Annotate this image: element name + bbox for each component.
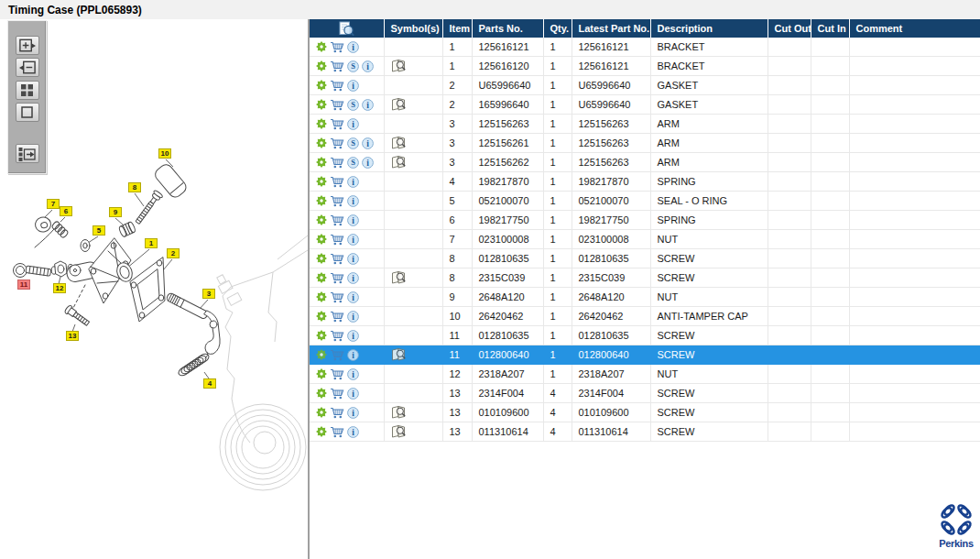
diagram-callout-9[interactable]: 9 (109, 207, 122, 217)
symbol-book-icon[interactable] (391, 347, 407, 361)
gear-icon[interactable] (316, 214, 327, 225)
info-icon[interactable]: i (347, 349, 359, 361)
table-row[interactable]: S i 7 023 (310, 230, 980, 249)
toggle-panel-button[interactable] (16, 144, 39, 163)
gear-icon[interactable] (316, 311, 327, 322)
info-icon[interactable]: i (347, 80, 359, 92)
info-icon[interactable]: i (362, 60, 374, 72)
info-icon[interactable]: i (347, 426, 359, 438)
info-icon[interactable]: i (347, 195, 359, 207)
diagram-callout-8[interactable]: 8 (128, 182, 141, 192)
fit-view-button[interactable] (16, 81, 39, 100)
cart-icon[interactable] (330, 41, 344, 53)
gear-icon[interactable] (316, 407, 327, 418)
diagram-callout-2[interactable]: 2 (167, 248, 180, 258)
cart-icon[interactable] (330, 368, 344, 380)
table-row[interactable]: S i 13 01 (310, 403, 980, 422)
info-icon[interactable]: i (347, 330, 359, 342)
diagram-callout-13[interactable]: 13 (66, 331, 79, 341)
s-badge-icon[interactable]: S (347, 157, 359, 169)
table-row[interactable]: S i 6 198 (310, 211, 980, 230)
gear-icon[interactable] (316, 234, 327, 245)
symbol-book-icon[interactable] (391, 405, 407, 419)
symbol-book-icon[interactable] (391, 59, 407, 72)
gear-icon[interactable] (316, 330, 327, 341)
diagram-callout-1[interactable]: 1 (145, 238, 158, 248)
column-header-description[interactable]: Description (650, 19, 768, 38)
table-row[interactable]: S i 8 012 (310, 249, 980, 269)
table-row[interactable]: S i 2 165 (310, 95, 980, 115)
info-icon[interactable]: i (347, 214, 359, 226)
table-row[interactable]: S i 3 125 (310, 134, 980, 153)
column-header-actions[interactable] (310, 19, 384, 38)
diagram-callout-3[interactable]: 3 (202, 289, 215, 299)
column-header-symbols[interactable]: Symbol(s) (384, 19, 442, 38)
table-row[interactable]: S i 10 26 (310, 307, 980, 326)
column-header-item[interactable]: Item (442, 19, 472, 38)
gear-icon[interactable] (316, 137, 327, 148)
diagram-callout-12[interactable]: 12 (53, 283, 66, 293)
info-icon[interactable]: i (347, 272, 359, 284)
gear-icon[interactable] (316, 349, 327, 360)
table-row[interactable]: S i 13 01 (310, 422, 980, 442)
info-icon[interactable]: i (347, 118, 359, 130)
gear-icon[interactable] (316, 272, 327, 283)
info-icon[interactable]: i (347, 388, 359, 400)
table-row[interactable]: S i 11 01 (310, 326, 980, 345)
diagram-callout-11[interactable]: 11 (17, 280, 30, 290)
diagram-callout-10[interactable]: 10 (158, 148, 171, 159)
info-icon[interactable]: i (362, 137, 374, 149)
symbol-book-icon[interactable] (391, 424, 407, 438)
table-row[interactable]: S i 8 231 (310, 269, 980, 288)
gear-icon[interactable] (316, 291, 327, 302)
table-row[interactable]: S i 4 198 (310, 172, 980, 192)
s-badge-icon[interactable]: S (347, 137, 359, 149)
symbol-book-icon[interactable] (391, 97, 407, 111)
diagram-callout-6[interactable]: 6 (60, 206, 72, 216)
actual-size-button[interactable] (16, 103, 39, 122)
info-icon[interactable]: i (347, 368, 359, 380)
symbol-book-icon[interactable] (391, 155, 407, 169)
table-row[interactable]: S i 5 052 (310, 192, 980, 211)
column-header-cut-in[interactable]: Cut In (811, 19, 849, 38)
info-icon[interactable]: i (347, 407, 359, 419)
gear-icon[interactable] (316, 426, 327, 437)
column-header-qty[interactable]: Qty. (543, 19, 572, 38)
gear-icon[interactable] (316, 99, 327, 110)
gear-icon[interactable] (316, 253, 327, 264)
diagram-callout-5[interactable]: 5 (93, 225, 105, 236)
cart-icon[interactable] (330, 349, 344, 361)
cart-icon[interactable] (330, 253, 344, 265)
info-icon[interactable]: i (347, 253, 359, 265)
cart-icon[interactable] (330, 214, 344, 226)
cart-icon[interactable] (330, 60, 344, 72)
info-icon[interactable]: i (362, 99, 374, 111)
gear-icon[interactable] (316, 157, 327, 168)
cart-icon[interactable] (330, 137, 344, 149)
cart-icon[interactable] (330, 272, 344, 284)
gear-icon[interactable] (316, 195, 327, 206)
cart-icon[interactable] (330, 388, 344, 400)
column-header-latest-part-no[interactable]: Latest Part No. (572, 19, 650, 38)
cart-icon[interactable] (330, 291, 344, 303)
symbol-book-icon[interactable] (391, 270, 407, 284)
cart-icon[interactable] (330, 426, 344, 438)
table-row[interactable]: S i 2 U65 (310, 76, 980, 95)
table-row[interactable]: S i 13 23 (310, 384, 980, 403)
column-header-cut-out[interactable]: Cut Out (768, 19, 811, 38)
diagram-callout-7[interactable]: 7 (47, 199, 60, 209)
cart-icon[interactable] (330, 407, 344, 419)
column-header-parts-no[interactable]: Parts No. (472, 19, 543, 38)
table-row[interactable]: S i 12 23 (310, 365, 980, 384)
info-icon[interactable]: i (347, 311, 359, 323)
table-row[interactable]: S i 1 125 (310, 57, 980, 76)
gear-icon[interactable] (316, 118, 327, 129)
cart-icon[interactable] (330, 176, 344, 188)
cart-icon[interactable] (330, 330, 344, 342)
s-badge-icon[interactable]: S (347, 99, 359, 111)
table-row[interactable]: S i 9 264 (310, 288, 980, 307)
info-icon[interactable]: i (347, 234, 359, 246)
table-row[interactable]: S i 3 125 (310, 115, 980, 134)
column-header-comment[interactable]: Comment (849, 19, 980, 38)
cart-icon[interactable] (330, 118, 344, 130)
